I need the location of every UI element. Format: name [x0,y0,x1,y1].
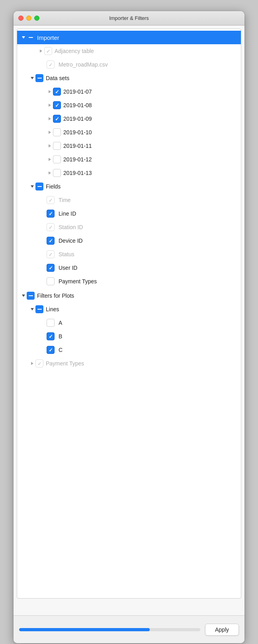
field-time-row[interactable]: ✓ Time [17,193,241,207]
field-payment-row[interactable]: Payment Types [17,275,241,288]
field-time-label: Time [59,197,71,203]
field-deviceid-checkbox[interactable]: ✓ [47,237,55,245]
date-row-5[interactable]: 2019-01-12 [17,153,241,166]
date-5-checkbox[interactable] [53,155,61,163]
svg-marker-11 [22,295,25,297]
svg-marker-13 [31,362,33,365]
fields-minus-badge[interactable] [35,183,43,190]
date-6-chevron[interactable] [47,170,53,176]
date-row-2[interactable]: ✓ 2019-01-09 [17,112,241,126]
datasets-chevron[interactable] [29,75,35,81]
metro-file-row[interactable]: ✓ Metro_roadMap.csv [17,58,241,71]
svg-marker-6 [49,131,51,134]
date-1-checkbox[interactable]: ✓ [53,101,61,109]
importer-chevron[interactable] [20,34,27,41]
date-0-label: 2019-01-07 [63,88,92,95]
bottom-bar: Apply [14,615,244,643]
date-3-chevron[interactable] [47,129,53,135]
svg-marker-0 [22,36,25,39]
adjacency-row[interactable]: ✓ Adjacency table [17,44,241,58]
field-status-checkbox[interactable]: ✓ [47,250,55,258]
datasets-row[interactable]: Data sets [17,71,241,85]
field-payment-checkbox[interactable] [47,277,55,285]
field-userid-checkbox[interactable]: ✓ [47,264,55,272]
payment-types-filter-row[interactable]: ✓ Payment Types [17,357,241,370]
payment-types-filter-checkbox[interactable]: ✓ [35,359,43,367]
line-a-row[interactable]: A [17,316,241,330]
field-status-row[interactable]: ✓ Status [17,247,241,261]
field-userid-row[interactable]: ✓ User ID [17,261,241,275]
date-row-6[interactable]: 2019-01-13 [17,166,241,180]
datasets-label: Data sets [46,75,69,81]
svg-marker-9 [49,171,51,175]
metro-checkbox[interactable]: ✓ [47,61,55,69]
date-4-chevron[interactable] [47,143,53,149]
line-b-label: B [59,333,62,340]
date-1-chevron[interactable] [47,102,53,108]
date-row-3[interactable]: 2019-01-10 [17,126,241,139]
field-payment-label: Payment Types [59,278,97,285]
svg-marker-2 [31,77,34,79]
field-deviceid-row[interactable]: ✓ Device ID [17,234,241,247]
fields-row[interactable]: Fields [17,180,241,193]
svg-marker-10 [31,185,34,188]
line-c-label: C [59,347,63,353]
field-lineid-checkbox[interactable]: ✓ [47,210,55,218]
apply-button[interactable]: Apply [205,624,239,636]
svg-marker-12 [31,308,34,310]
traffic-lights [18,16,39,21]
minimize-button[interactable] [26,16,31,21]
date-row-0[interactable]: ✓ 2019-01-07 [17,85,241,98]
line-a-label: A [59,320,62,326]
progress-fill [19,628,150,631]
date-6-checkbox[interactable] [53,169,61,177]
svg-marker-8 [49,158,51,161]
tree-panel: Importer ✓ Adjacency table ✓ Metro_roadM… [17,29,241,599]
window-title: Importer & Filters [109,15,149,21]
fields-label: Fields [46,183,61,190]
close-button[interactable] [18,16,23,21]
line-c-checkbox[interactable]: ✓ [47,346,55,354]
svg-marker-1 [40,49,42,53]
field-stationid-checkbox[interactable]: ✓ [47,223,55,231]
importer-header[interactable]: Importer [17,31,241,44]
importer-label: Importer [37,34,59,41]
field-lineid-label: Line ID [59,210,76,217]
field-stationid-row[interactable]: ✓ Station ID [17,220,241,234]
payment-types-chevron[interactable] [29,360,35,367]
date-row-1[interactable]: ✓ 2019-01-08 [17,98,241,112]
datasets-minus-badge[interactable] [35,74,43,82]
date-5-label: 2019-01-12 [63,156,92,163]
importer-minus-badge[interactable] [27,33,35,41]
date-2-chevron[interactable] [47,116,53,122]
date-row-4[interactable]: 2019-01-11 [17,139,241,153]
fields-chevron[interactable] [29,183,35,190]
field-time-checkbox[interactable]: ✓ [47,196,55,204]
date-5-chevron[interactable] [47,156,53,163]
adjacency-checkbox[interactable]: ✓ [44,47,52,55]
field-lineid-row[interactable]: ✓ Line ID [17,207,241,220]
date-6-label: 2019-01-13 [63,170,92,176]
lines-row[interactable]: Lines [17,302,241,316]
date-0-chevron[interactable] [47,88,53,95]
filters-minus-badge[interactable] [27,292,35,300]
date-2-checkbox[interactable]: ✓ [53,115,61,123]
adjacency-chevron[interactable] [38,48,44,54]
date-4-checkbox[interactable] [53,142,61,150]
date-3-checkbox[interactable] [53,128,61,136]
maximize-button[interactable] [34,16,39,21]
filters-label: Filters for Plots [37,293,74,299]
svg-marker-4 [49,104,51,107]
svg-marker-7 [49,144,51,147]
line-b-row[interactable]: ✓ B [17,330,241,343]
line-a-checkbox[interactable] [47,319,55,327]
lines-minus-badge[interactable] [35,305,43,313]
date-0-checkbox[interactable]: ✓ [53,88,61,96]
line-c-row[interactable]: ✓ C [17,343,241,357]
line-b-checkbox[interactable]: ✓ [47,332,55,340]
filters-chevron[interactable] [20,293,27,299]
filters-row[interactable]: Filters for Plots [17,289,241,302]
lines-chevron[interactable] [29,306,35,312]
content-area: Importer ✓ Adjacency table ✓ Metro_roadM… [14,26,244,615]
date-4-label: 2019-01-11 [63,143,92,149]
